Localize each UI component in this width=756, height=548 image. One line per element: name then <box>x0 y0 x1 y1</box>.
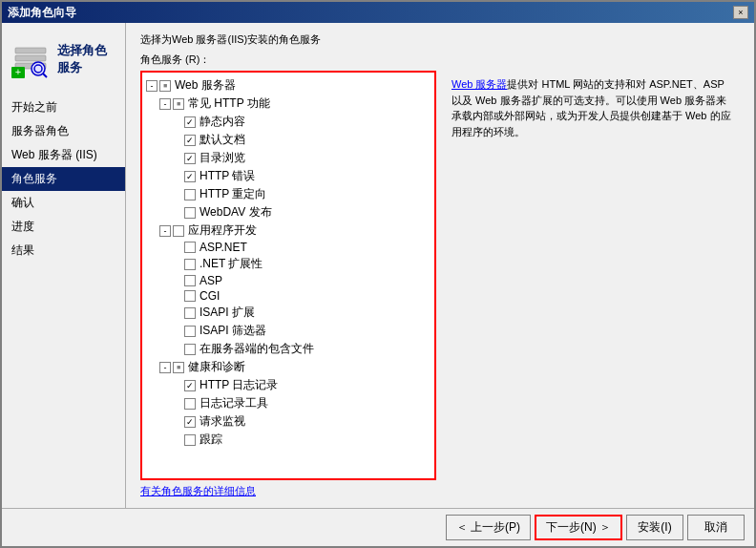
tree-item-web-server: - Web 服务器 <box>146 76 430 95</box>
tree-item-asp: ASP <box>173 273 430 288</box>
sidebar-item-server-role[interactable]: 服务器角色 <box>2 119 125 143</box>
main-header: 选择为Web 服务器(IIS)安装的角色服务 <box>140 32 740 47</box>
description-text: Web 服务器提供对 HTML 网站的支持和对 ASP.NET、ASP 以及 W… <box>452 76 734 139</box>
tree-item-common-http: - 常见 HTTP 功能 <box>159 95 430 113</box>
checkbox-health-diag[interactable] <box>173 362 184 373</box>
tree-children-common-http: 静态内容 默认文档 <box>159 113 430 221</box>
tree-item-tracing: 跟踪 <box>173 431 430 449</box>
tree-item-http-log: HTTP 日志记录 <box>173 376 430 394</box>
sidebar-item-start[interactable]: 开始之前 <box>2 95 125 119</box>
label-server-include: 在服务器端的包含文件 <box>200 341 314 357</box>
checkbox-http-redirect[interactable] <box>184 189 196 200</box>
sidebar-item-progress[interactable]: 进度 <box>2 215 125 239</box>
close-button[interactable]: × <box>733 6 748 19</box>
bottom-bar: ＜ 上一步(P) 下一步(N) ＞ 安装(I) 取消 <box>2 508 754 546</box>
checkbox-request-monitor[interactable] <box>184 416 196 428</box>
checkbox-http-log[interactable] <box>184 380 196 391</box>
checkbox-static-content[interactable] <box>184 116 196 128</box>
label-default-doc: 默认文档 <box>200 132 245 148</box>
checkbox-default-doc[interactable] <box>184 135 196 146</box>
checkbox-isapi-ext[interactable] <box>184 307 196 319</box>
checkbox-web-server[interactable] <box>159 80 171 92</box>
checkbox-common-http[interactable] <box>173 98 184 110</box>
sidebar-item-role-services[interactable]: 角色服务 <box>2 167 125 191</box>
content-area: + 选择角色服务 开始之前 服务器角色 Web 服务器 (IIS) 角色服务 <box>2 23 754 508</box>
description-panel: Web 服务器提供对 HTML 网站的支持和对 ASP.NET、ASP 以及 W… <box>446 71 740 480</box>
svg-rect-0 <box>15 48 46 53</box>
tree-item-dir-browsing: 目录浏览 <box>173 149 430 167</box>
toggle-web-server[interactable]: - <box>146 80 158 92</box>
label-dir-browsing: 目录浏览 <box>200 150 245 166</box>
tree-item-app-dev: - 应用程序开发 <box>159 221 430 240</box>
tree-children-app-dev: ASP.NET .NET 扩展性 <box>159 240 430 358</box>
sidebar-item-result[interactable]: 结果 <box>2 239 125 263</box>
svg-text:+: + <box>15 66 21 77</box>
sidebar-title: 选择角色服务 <box>57 42 116 76</box>
description-link[interactable]: Web 服务器 <box>452 78 507 90</box>
label-asp: ASP <box>200 274 222 287</box>
tree-children-web-server: - 常见 HTTP 功能 静态内容 <box>146 95 430 449</box>
label-http-errors: HTTP 错误 <box>200 168 255 184</box>
label-http-redirect: HTTP 重定向 <box>200 186 266 202</box>
label-tracing: 跟踪 <box>200 432 222 448</box>
sidebar-header: + 选择角色服务 <box>2 32 125 86</box>
sidebar-nav: 开始之前 服务器角色 Web 服务器 (IIS) 角色服务 确认 进度 <box>2 95 125 263</box>
title-bar: 添加角色向导 × <box>2 2 754 23</box>
label-isapi-filter: ISAPI 筛选器 <box>200 323 266 339</box>
window-title: 添加角色向导 <box>8 5 76 21</box>
tree-item-static-content: 静态内容 <box>173 113 430 131</box>
label-request-monitor: 请求监视 <box>200 413 245 430</box>
checkbox-asp[interactable] <box>184 275 196 286</box>
tree-item-server-include: 在服务器端的包含文件 <box>173 340 430 358</box>
sidebar-item-web-server[interactable]: Web 服务器 (IIS) <box>2 143 125 167</box>
checkbox-tracing[interactable] <box>184 434 196 446</box>
tree-item-health-diag: - 健康和诊断 <box>159 358 430 376</box>
label-health-diag: 健康和诊断 <box>188 359 245 375</box>
checkbox-webdav[interactable] <box>184 207 196 219</box>
checkbox-net-ext[interactable] <box>184 259 196 270</box>
label-app-dev: 应用程序开发 <box>188 222 257 239</box>
prev-button[interactable]: ＜ 上一步(P) <box>446 515 531 540</box>
checkbox-asp-net[interactable] <box>184 242 196 253</box>
cancel-button[interactable]: 取消 <box>687 515 745 540</box>
tree-item-asp-net: ASP.NET <box>173 240 430 255</box>
tree-item-webdav: WebDAV 发布 <box>173 203 430 221</box>
label-common-http: 常见 HTTP 功能 <box>188 95 270 112</box>
tree-node-health-diag: - 健康和诊断 HTTP 日志记录 <box>159 358 430 449</box>
label-web-server: Web 服务器 <box>175 77 236 94</box>
tree-container[interactable]: - Web 服务器 - 常见 HTTP 功能 <box>140 71 436 480</box>
svg-point-3 <box>32 62 45 75</box>
sidebar-item-confirm[interactable]: 确认 <box>2 191 125 215</box>
tree-item-isapi-filter: ISAPI 筛选器 <box>173 322 430 340</box>
tree-item-net-ext: .NET 扩展性 <box>173 255 430 273</box>
tree-item-cgi: CGI <box>173 288 430 304</box>
toggle-common-http[interactable]: - <box>159 98 171 110</box>
label-http-log: HTTP 日志记录 <box>200 377 278 393</box>
sidebar-icon: + <box>11 40 50 78</box>
checkbox-isapi-filter[interactable] <box>184 326 196 337</box>
next-button[interactable]: 下一步(N) ＞ <box>535 515 622 540</box>
tree-node-app-dev: - 应用程序开发 ASP.NET <box>159 221 430 358</box>
checkbox-app-dev[interactable] <box>173 225 184 237</box>
label-log-tools: 日志记录工具 <box>200 395 268 411</box>
title-bar-controls: × <box>733 6 748 19</box>
label-cgi: CGI <box>200 289 220 303</box>
tree-item-http-errors: HTTP 错误 <box>173 167 430 185</box>
label-static-content: 静态内容 <box>200 114 245 130</box>
checkbox-log-tools[interactable] <box>184 398 196 410</box>
role-services-detail-link[interactable]: 有关角色服务的详细信息 <box>140 485 256 496</box>
checkbox-dir-browsing[interactable] <box>184 153 196 164</box>
link-area: 有关角色服务的详细信息 <box>140 484 740 498</box>
checkbox-cgi[interactable] <box>184 290 196 302</box>
checkbox-server-include[interactable] <box>184 344 196 355</box>
label-net-ext: .NET 扩展性 <box>200 256 262 272</box>
checkbox-http-errors[interactable] <box>184 171 196 182</box>
tree-node-web-server: - Web 服务器 - 常见 HTTP 功能 <box>146 76 430 449</box>
main-window: 添加角色向导 × + 选择角色服务 <box>0 0 756 548</box>
toggle-app-dev[interactable]: - <box>159 225 171 237</box>
label-webdav: WebDAV 发布 <box>200 204 272 221</box>
toggle-health-diag[interactable]: - <box>159 362 171 373</box>
tree-children-health-diag: HTTP 日志记录 日志记录工具 <box>159 376 430 449</box>
tree-item-isapi-ext: ISAPI 扩展 <box>173 304 430 322</box>
install-button[interactable]: 安装(I) <box>626 515 683 540</box>
